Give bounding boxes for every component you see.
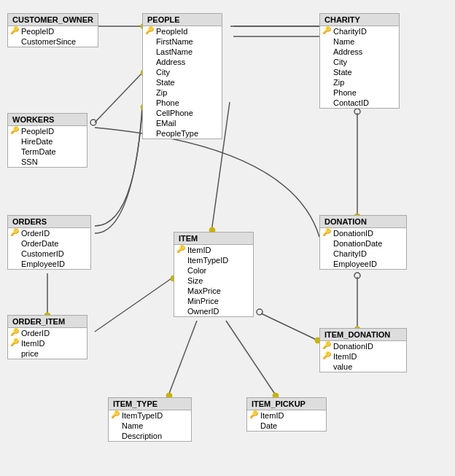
field-donation-employeeid: EmployeeID: [320, 259, 406, 269]
field-itemtype-name: Name: [109, 421, 191, 431]
field-charity-address: Address: [320, 47, 399, 57]
field-people-address: Address: [143, 57, 222, 67]
field-people-lastname: LastName: [143, 47, 222, 57]
field-item-minprice: MinPrice: [174, 296, 253, 306]
field-workers-ssn: SSN: [8, 157, 87, 167]
svg-point-21: [354, 109, 360, 114]
field-itemdonation-donationid: 🔑DonationID: [320, 341, 406, 351]
field-charity-city: City: [320, 57, 399, 67]
key-icon-charity: 🔑: [322, 26, 331, 34]
field-people-zip: Zip: [143, 87, 222, 98]
table-item-donation: ITEM_DONATION 🔑DonationID 🔑ItemID value: [319, 328, 407, 372]
field-charity-zip: Zip: [320, 77, 399, 87]
field-donation-charityid: CharityID: [320, 249, 406, 259]
field-orderitem-price: price: [8, 348, 87, 359]
field-customerowner-customersince: CustomerSince: [8, 36, 98, 47]
table-header-orders: ORDERS: [8, 216, 90, 228]
table-item: ITEM 🔑ItemID ItemTypeID Color Size MaxPr…: [174, 232, 254, 317]
table-item-pickup: ITEM_PICKUP 🔑ItemID Date: [246, 397, 327, 432]
field-charity-contactid: ContactID: [320, 98, 399, 108]
key-icon-itempickup: 🔑: [249, 410, 258, 418]
field-charity-phone: Phone: [320, 87, 399, 98]
table-customer-owner: CUSTOMER_OWNER 🔑PeopleID CustomerSince: [7, 13, 98, 47]
field-donation-donationid: 🔑DonationID: [320, 228, 406, 238]
field-itemdonation-itemid: 🔑ItemID: [320, 351, 406, 362]
field-workers-hiredate: HireDate: [8, 136, 87, 147]
field-people-phone: Phone: [143, 98, 222, 108]
field-orders-customerid: CustomerID: [8, 249, 90, 259]
field-workers-peopleid: 🔑PeopleID: [8, 126, 87, 136]
field-customerowner-peopleid: 🔑PeopleID: [8, 26, 98, 36]
svg-line-14: [261, 313, 319, 341]
key-icon-donation: 🔑: [322, 228, 331, 236]
key-icon-workers: 🔑: [10, 126, 19, 134]
table-header-item: ITEM: [174, 233, 253, 245]
field-item-color: Color: [174, 265, 253, 276]
field-orders-orderid: 🔑OrderID: [8, 228, 90, 238]
field-itemtype-description: Description: [109, 431, 191, 441]
field-itemtype-itemtypeid: 🔑ItemTypeID: [109, 410, 191, 421]
field-item-itemtypeid: ItemTypeID: [174, 255, 253, 265]
key-icon-item: 🔑: [176, 245, 185, 253]
key-icon-itemtype: 🔑: [111, 410, 120, 418]
field-item-maxprice: MaxPrice: [174, 286, 253, 296]
table-item-type: ITEM_TYPE 🔑ItemTypeID Name Description: [108, 397, 192, 442]
field-workers-termdate: TermDate: [8, 147, 87, 157]
svg-point-4: [90, 120, 96, 125]
table-header-customer-owner: CUSTOMER_OWNER: [8, 14, 98, 26]
field-itemdonation-value: value: [320, 362, 406, 372]
field-people-email: EMail: [143, 118, 222, 128]
table-workers: WORKERS 🔑PeopleID HireDate TermDate SSN: [7, 113, 88, 168]
field-people-firstname: FirstName: [143, 36, 222, 47]
field-people-peopleid: 🔑PeopleId: [143, 26, 222, 36]
table-header-item-type: ITEM_TYPE: [109, 398, 191, 410]
svg-point-15: [257, 309, 262, 315]
svg-line-12: [95, 277, 174, 332]
diagram-canvas: CUSTOMER_OWNER 🔑PeopleID CustomerSince P…: [0, 0, 455, 476]
table-header-item-pickup: ITEM_PICKUP: [247, 398, 326, 410]
table-charity: CHARITY 🔑CharityID Name Address City Sta…: [319, 13, 400, 109]
key-icon: 🔑: [10, 26, 19, 34]
key-icon-itemdonation-item: 🔑: [322, 351, 331, 359]
field-orders-orderdate: OrderDate: [8, 238, 90, 249]
table-header-order-item: ORDER_ITEM: [8, 316, 87, 328]
field-charity-state: State: [320, 67, 399, 77]
field-orders-employeeid: EmployeeID: [8, 259, 90, 269]
field-people-city: City: [143, 67, 222, 77]
field-charity-charityid: 🔑CharityID: [320, 26, 399, 36]
field-itempickup-itemid: 🔑ItemID: [247, 410, 326, 421]
table-header-people: PEOPLE: [143, 14, 222, 26]
svg-line-3: [95, 73, 142, 122]
field-people-peopletype: PeopleType: [143, 128, 222, 138]
field-item-itemid: 🔑ItemID: [174, 245, 253, 255]
field-orderitem-itemid: 🔑ItemID: [8, 338, 87, 348]
field-item-ownerid: OwnerID: [174, 306, 253, 316]
table-header-donation: DONATION: [320, 216, 406, 228]
table-orders: ORDERS 🔑OrderID OrderDate CustomerID Emp…: [7, 215, 91, 270]
key-icon-orderitem-order: 🔑: [10, 328, 19, 336]
svg-line-25: [226, 321, 277, 397]
field-people-state: State: [143, 77, 222, 87]
svg-line-23: [168, 321, 197, 397]
table-people: PEOPLE 🔑PeopleId FirstName LastName Addr…: [142, 13, 222, 139]
field-itempickup-date: Date: [247, 421, 326, 431]
field-donation-donationdate: DonationDate: [320, 238, 406, 249]
table-order-item: ORDER_ITEM 🔑OrderID 🔑ItemID price: [7, 315, 88, 359]
field-orderitem-orderid: 🔑OrderID: [8, 328, 87, 338]
key-icon-people: 🔑: [145, 26, 154, 34]
key-icon-orderitem-item: 🔑: [10, 338, 19, 346]
table-header-charity: CHARITY: [320, 14, 399, 26]
table-header-item-donation: ITEM_DONATION: [320, 329, 406, 341]
field-item-size: Size: [174, 276, 253, 286]
svg-point-18: [354, 273, 360, 278]
key-icon-orders: 🔑: [10, 228, 19, 236]
key-icon-itemdonation-donation: 🔑: [322, 341, 331, 349]
field-charity-name: Name: [320, 36, 399, 47]
table-header-workers: WORKERS: [8, 114, 87, 126]
table-donation: DONATION 🔑DonationID DonationDate Charit…: [319, 215, 407, 270]
field-people-cellphone: CellPhone: [143, 108, 222, 118]
